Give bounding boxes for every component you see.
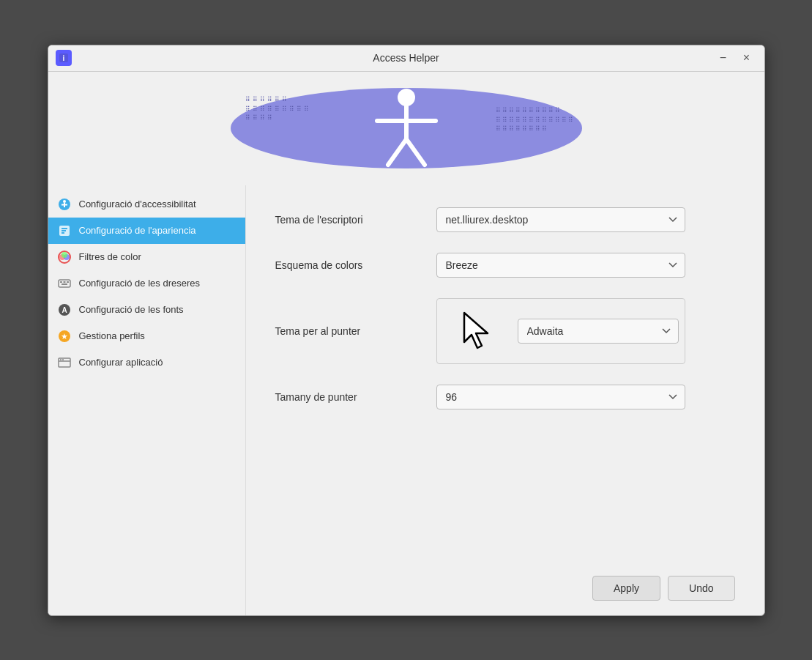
cursor-preview-box: Adwaita DMZ-White DMZ-Black Oxygen Blue (436, 298, 685, 364)
main-content-area: Tema de l'escriptori net.lliurex.desktop… (246, 185, 764, 576)
configure-app-icon (57, 355, 72, 370)
svg-rect-22 (67, 281, 69, 283)
sidebar-item-manage-profiles[interactable]: ★ Gestiona perfils (48, 323, 245, 349)
svg-line-6 (406, 139, 425, 165)
cursor-theme-label: Tema per al punter (275, 325, 422, 337)
sidebar-item-font-config[interactable]: A Configuració de les fonts (48, 297, 245, 323)
banner-graphic: ⠿⠿⠿⠿⠿⠿⠿⠿⠿⠿⠿⠿⠿⠿⠿⠿⠿⠿⠿ ⠿⠿⠿⠿⠿⠿⠿⠿⠿⠿⠿⠿⠿⠿⠿⠿⠿⠿⠿⠿… (231, 81, 582, 176)
appearance-icon (57, 223, 72, 238)
desktop-theme-control: net.lliurex.desktop Breeze Oxygen Defaul… (436, 207, 685, 232)
body-area: Configuració d'accessibilitat Configurac… (48, 185, 764, 615)
color-filters-icon (57, 250, 72, 264)
titlebar: i Access Helper − × (48, 45, 764, 72)
svg-point-30 (60, 359, 62, 360)
color-scheme-select[interactable]: Breeze BreezeLight BreezeDark Oxygen (436, 253, 685, 278)
svg-marker-32 (464, 313, 488, 348)
cursor-theme-select[interactable]: Adwaita DMZ-White DMZ-Black Oxygen Blue (518, 319, 679, 344)
sidebar-item-appearance-label: Configuració de l'apariencia (79, 225, 196, 236)
braille-left: ⠿⠿⠿⠿⠿⠿⠿⠿⠿⠿⠿⠿⠿⠿⠿⠿⠿⠿⠿ (245, 95, 311, 123)
cursor-size-row: Tamany de punter 24 32 48 64 96 128 (275, 385, 735, 409)
sidebar-item-accessibility-label: Configuració d'accessibilitat (79, 199, 196, 210)
undo-button[interactable]: Undo (668, 576, 734, 601)
svg-point-18 (62, 252, 67, 258)
sidebar-item-font-label: Configuració de les fonts (79, 304, 184, 315)
cursor-theme-control: Adwaita DMZ-White DMZ-Black Oxygen Blue (436, 298, 685, 364)
main-window: i Access Helper − × ⠿⠿⠿⠿⠿⠿⠿⠿⠿⠿⠿⠿⠿⠿⠿⠿⠿⠿⠿ … (48, 45, 765, 616)
cursor-right-area: Adwaita DMZ-White DMZ-Black Oxygen Blue (518, 319, 685, 344)
svg-rect-21 (63, 281, 65, 283)
cursor-size-label: Tamany de punter (275, 391, 422, 403)
svg-rect-20 (60, 281, 62, 283)
footer-buttons: Apply Undo (246, 576, 764, 615)
cursor-size-select[interactable]: 24 32 48 64 96 128 (436, 385, 685, 409)
svg-rect-23 (62, 283, 67, 285)
minimize-button[interactable]: − (713, 48, 734, 68)
sidebar-item-color-filters[interactable]: Filtres de color (48, 244, 245, 270)
svg-text:★: ★ (61, 332, 68, 341)
cursor-size-control: 24 32 48 64 96 128 (436, 385, 685, 409)
header-banner: ⠿⠿⠿⠿⠿⠿⠿⠿⠿⠿⠿⠿⠿⠿⠿⠿⠿⠿⠿ ⠿⠿⠿⠿⠿⠿⠿⠿⠿⠿⠿⠿⠿⠿⠿⠿⠿⠿⠿⠿… (48, 72, 764, 185)
titlebar-controls: − × (713, 48, 757, 68)
svg-point-8 (63, 200, 66, 203)
main-panel: Tema de l'escriptori net.lliurex.desktop… (246, 185, 764, 615)
svg-text:i: i (62, 54, 64, 62)
svg-point-31 (62, 359, 64, 360)
sidebar-item-configure-app-label: Configurar aplicació (79, 357, 163, 368)
keyboard-icon (57, 276, 72, 291)
sidebar: Configuració d'accessibilitat Configurac… (48, 185, 246, 615)
braille-right: ⠿⠿⠿⠿⠿⠿⠿⠿⠿⠿⠿⠿⠿⠿⠿⠿⠿⠿⠿⠿⠿⠿⠿⠿⠿⠿⠿⠿⠿⠿ (496, 106, 575, 134)
sidebar-item-accessibility-config[interactable]: Configuració d'accessibilitat (48, 191, 245, 218)
accessibility-figure (370, 84, 443, 172)
color-scheme-label: Esquema de colors (275, 259, 422, 271)
close-button[interactable]: × (737, 48, 757, 68)
cursor-preview-area (437, 298, 518, 364)
svg-line-5 (388, 139, 406, 165)
cursor-theme-row: Tema per al punter Adwaita (275, 298, 735, 364)
titlebar-left: i (56, 50, 72, 66)
svg-point-2 (398, 89, 415, 106)
sidebar-item-keyboard-shortcuts[interactable]: Configuració de les dreseres (48, 270, 245, 297)
app-icon: i (56, 50, 72, 66)
color-scheme-control: Breeze BreezeLight BreezeDark Oxygen (436, 253, 685, 278)
desktop-theme-row: Tema de l'escriptori net.lliurex.desktop… (275, 207, 735, 232)
font-icon: A (57, 303, 72, 317)
sidebar-item-configure-app[interactable]: Configurar aplicació (48, 349, 245, 376)
window-title: Access Helper (373, 52, 439, 64)
cursor-preview-icon (461, 311, 493, 351)
color-scheme-row: Esquema de colors Breeze BreezeLight Bre… (275, 253, 735, 278)
profiles-icon: ★ (57, 329, 72, 344)
desktop-theme-label: Tema de l'escriptori (275, 214, 422, 226)
sidebar-item-keyboard-label: Configuració de les dreseres (79, 278, 200, 289)
sidebar-item-color-filters-label: Filtres de color (79, 251, 141, 262)
accessibility-icon (57, 197, 72, 212)
sidebar-item-profiles-label: Gestiona perfils (79, 330, 145, 341)
apply-button[interactable]: Apply (592, 576, 660, 601)
svg-text:A: A (62, 306, 67, 314)
sidebar-item-appearance-config[interactable]: Configuració de l'apariencia (48, 218, 245, 244)
desktop-theme-select[interactable]: net.lliurex.desktop Breeze Oxygen Defaul… (436, 207, 685, 232)
